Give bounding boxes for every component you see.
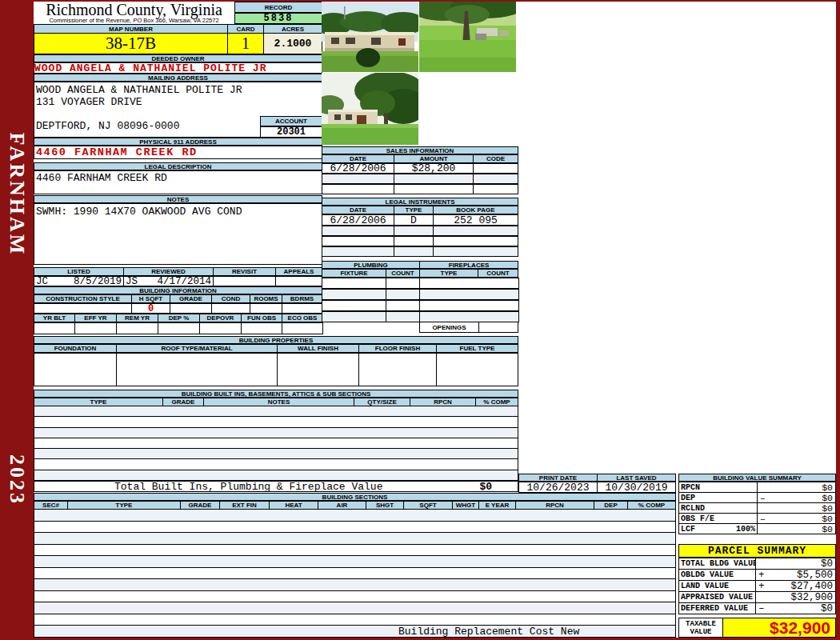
fixture-header: FIXTURE [322,269,386,278]
account-value: 20301 [260,126,322,138]
built-ins-header: BUILDING BUILT INS, BASEMENTS, ATTICS & … [34,390,518,398]
funobs-header: FUN OBS [241,314,282,322]
li-type [394,226,434,236]
bvs-row: RPCN $0 [678,482,836,493]
property-photo-side [322,73,418,145]
listed-header: LISTED [34,267,124,276]
empty-row [34,614,675,626]
building-value-summary-header: BUILDING VALUE SUMMARY [678,474,836,482]
bs-air-header: AIR [318,501,366,510]
built-ins-total-row: Total Built Ins, Plumbing & Fireplace Va… [34,481,518,492]
ecoobs-value [282,322,323,334]
mailing-line: 131 VOYAGER DRIVE [36,96,322,108]
fixture-cell [322,300,386,311]
county-subtitle: Commissioner of the Revenue, PO Box 366,… [34,18,234,24]
parcel-amount: $5,500 [767,570,835,581]
fireplaces-header: FIREPLACES [419,261,518,269]
building-properties-header-row: FOUNDATION ROOF TYPE/MATERIAL WALL FINIS… [34,344,518,353]
bvs-amount: $0 [769,493,835,503]
reviewed-header: REVIEWED [123,267,214,276]
parcel-label: DEFERRED VALUE [678,602,756,614]
parcel-row: DEFERRED VALUE – $0 [678,602,836,614]
sales-code [473,184,518,194]
yrblt-header: YR BLT [34,314,75,322]
bvs-op: – [758,493,769,503]
empty-row [34,428,518,438]
count-cell [386,300,420,311]
count-cell [386,289,420,300]
empty-row [34,438,518,449]
li-date [322,226,394,236]
card-value: 1 [227,33,264,54]
acres-value: 2.1000 [263,33,322,54]
empty-row [34,522,675,534]
plumbing-row [322,278,518,289]
parcel-amount: $0 [767,558,835,570]
bvs-row: OBS F/E – $0 [678,513,836,524]
roof-header: ROOF TYPE/MATERIAL [116,344,278,353]
empty-row [34,449,518,459]
bi-comp-header: % COMP [475,398,518,406]
parcel-value: + $5,500 [755,569,836,581]
li-date [322,246,394,257]
building-info-header-row2: YR BLT EFF YR REM YR DEP % DEPOVR FUN OB… [34,314,322,322]
fixture-cell [322,311,386,322]
parcel-summary-header: PARCEL SUMMARY [678,544,836,558]
sales-date: 6/28/2006 [322,163,394,174]
cond-value [211,303,250,314]
empty-row [34,417,518,427]
plumbing-count-header: COUNT [386,269,420,278]
empty-row [34,510,675,522]
bs-shgt-header: SHGT [366,501,404,510]
parcel-op: + [756,570,767,581]
parcel-op: – [756,603,767,614]
hsqft-value: 0 [131,303,170,314]
parcel-value: + $27,400 [755,580,836,592]
bs-sec-header: SEC# [34,501,68,510]
bvs-op: – [758,514,769,524]
yrblt-value [34,322,75,334]
empty-row [34,602,675,614]
fireplace-cell [419,278,519,289]
print-date-header: PRINT DATE [518,474,598,482]
sales-date [322,184,394,194]
foundation-value [34,353,117,386]
parcel-summary-table: TOTAL BLDG VALUE $0 OBLDG VALUE + $5,500… [678,558,836,614]
parcel-row: APPRAISED VALUE $32,900 [678,591,836,603]
bi-grade-header: GRADE [162,398,204,406]
bs-comp-header: % COMP [627,501,676,510]
parcel-label: APPRAISED VALUE [678,591,756,603]
li-type [394,246,434,257]
bvs-label: DEP [678,492,758,503]
parcel-row: OBLDG VALUE + $5,500 [678,569,836,581]
sales-header-row: DATE AMOUNT CODE [322,154,518,163]
rooms-value [250,303,282,314]
sales-code-header: CODE [473,154,518,163]
parcel-op: + [756,581,767,592]
bvs-value: $0 [757,502,836,514]
roof-value [116,353,278,386]
building-info-value-row2 [34,322,322,334]
bvs-pct: 100% [736,525,755,534]
floor-finish-header: FLOOR FINISH [358,344,437,353]
deeded-owner-header: DEEDED OWNER [34,54,322,62]
deppct-header: DEP % [158,314,200,322]
legal-instrument-row [322,226,518,236]
appeals-header: APPEALS [275,267,322,276]
floor-finish-value [358,353,437,386]
construction-style-value [34,303,132,314]
sales-amount: $28,200 [394,163,474,174]
legal-description-header: LEGAL DESCRIPTION [34,162,322,170]
legal-instrument-row: 6/28/2006 D 252 095 [322,214,518,226]
count-cell [386,278,420,289]
revisit-header: REVISIT [213,267,276,276]
bvs-amount: $0 [769,514,835,524]
empty-row [34,459,518,470]
sales-amount [394,174,474,184]
bs-heat-header: HEAT [269,501,318,510]
fuel-type-value [436,353,518,386]
parcel-row: TOTAL BLDG VALUE $0 [678,558,836,570]
li-type-header: TYPE [394,206,434,214]
built-ins-total-value: $0 [479,481,518,493]
legal-instrument-row [322,236,518,246]
